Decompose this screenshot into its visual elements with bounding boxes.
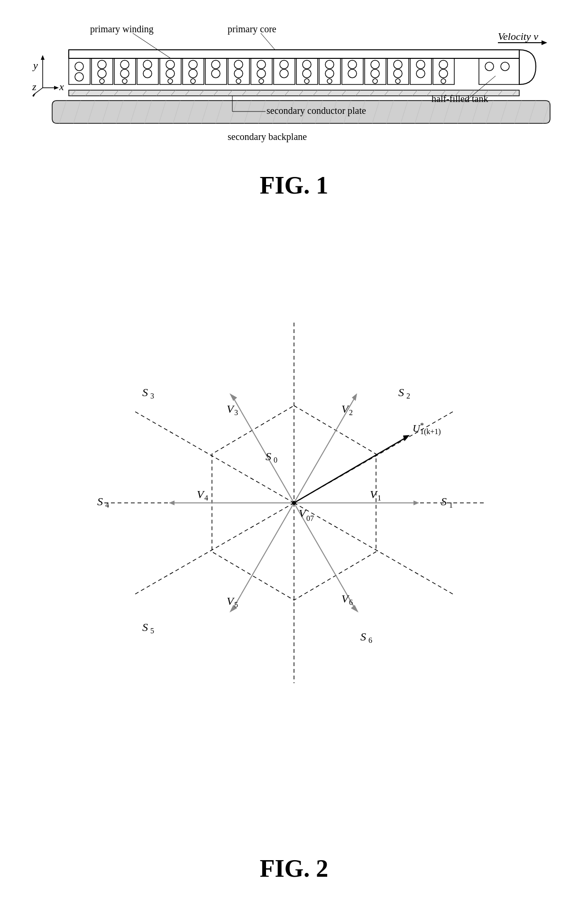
fig2-label: FIG. 2 (260, 854, 328, 882)
svg-point-31 (191, 79, 195, 83)
svg-marker-6 (32, 93, 36, 97)
svg-rect-21 (137, 58, 158, 84)
svg-point-27 (168, 79, 173, 83)
svg-point-48 (303, 69, 311, 78)
svg-text:3: 3 (234, 408, 238, 417)
svg-rect-39 (251, 58, 272, 84)
svg-point-59 (371, 69, 379, 78)
svg-point-34 (211, 69, 220, 78)
svg-marker-170 (230, 393, 237, 401)
svg-point-74 (501, 62, 509, 71)
svg-point-19 (120, 69, 129, 78)
svg-point-40 (257, 60, 266, 69)
fig2-container: S 0 S 1 S 2 S 3 S 4 S 5 S 6 V 1 V (28, 228, 560, 882)
svg-point-63 (394, 69, 402, 78)
svg-point-30 (189, 69, 197, 78)
svg-point-64 (395, 79, 400, 83)
svg-marker-172 (169, 501, 175, 505)
svg-point-45 (280, 69, 288, 78)
svg-point-53 (327, 79, 332, 83)
svg-text:4: 4 (204, 494, 208, 502)
svg-point-44 (280, 60, 288, 69)
svg-point-37 (234, 69, 243, 78)
svg-point-71 (441, 79, 446, 83)
svg-text:Velocity v: Velocity v (498, 30, 538, 42)
svg-rect-57 (365, 58, 386, 84)
svg-text:0: 0 (274, 456, 277, 464)
svg-point-47 (303, 60, 311, 69)
svg-text:V: V (299, 507, 307, 519)
svg-point-69 (439, 60, 448, 69)
svg-point-26 (166, 69, 175, 78)
svg-text:5: 5 (150, 627, 154, 635)
svg-rect-61 (387, 58, 409, 84)
svg-text:half-filled tank: half-filled tank (432, 93, 488, 104)
svg-text:S: S (142, 386, 148, 399)
svg-text:y: y (32, 59, 38, 71)
svg-rect-17 (114, 58, 136, 84)
svg-text:V: V (370, 488, 378, 501)
svg-rect-46 (296, 58, 318, 84)
svg-text:4: 4 (105, 501, 109, 509)
svg-point-12 (75, 73, 83, 81)
fig1-label: FIG. 1 (260, 171, 328, 199)
svg-point-11 (75, 62, 83, 71)
svg-text:V: V (227, 595, 235, 607)
svg-point-42 (259, 79, 264, 83)
svg-line-163 (133, 503, 294, 595)
svg-point-56 (348, 69, 357, 78)
svg-point-73 (485, 62, 494, 71)
fig1-container: y z x (28, 19, 560, 199)
svg-rect-50 (319, 58, 340, 84)
svg-point-14 (98, 60, 106, 69)
svg-line-146 (133, 33, 171, 58)
svg-point-15 (98, 69, 106, 78)
svg-text:3: 3 (150, 392, 154, 400)
svg-text:S: S (97, 495, 103, 508)
svg-text:2: 2 (406, 392, 410, 400)
svg-text:07: 07 (306, 514, 314, 522)
svg-text:S: S (360, 631, 366, 643)
svg-rect-28 (183, 58, 204, 84)
svg-text:V: V (341, 593, 349, 605)
svg-rect-54 (342, 58, 363, 84)
svg-marker-76 (542, 40, 547, 45)
svg-point-179 (292, 501, 296, 505)
svg-text:S: S (142, 621, 148, 633)
svg-point-36 (234, 60, 243, 69)
svg-text:secondary conductor plate: secondary conductor plate (266, 105, 366, 116)
svg-rect-35 (228, 58, 249, 84)
svg-rect-68 (433, 58, 454, 84)
svg-rect-72 (479, 58, 519, 84)
svg-text:x: x (59, 81, 64, 93)
svg-point-41 (257, 69, 266, 78)
svg-text:secondary backplane: secondary backplane (228, 131, 307, 142)
svg-marker-166 (413, 501, 419, 505)
svg-text:1: 1 (377, 494, 381, 502)
svg-rect-65 (410, 58, 432, 84)
svg-point-23 (143, 69, 152, 78)
svg-point-62 (394, 60, 402, 69)
svg-point-58 (371, 60, 379, 69)
svg-text:primary core: primary core (228, 24, 276, 35)
svg-rect-24 (160, 58, 181, 84)
svg-marker-168 (352, 393, 357, 401)
svg-text:V: V (341, 403, 349, 415)
svg-rect-43 (274, 58, 295, 84)
svg-point-67 (416, 69, 425, 78)
svg-point-16 (100, 79, 104, 83)
svg-point-66 (416, 60, 425, 69)
svg-text:S: S (441, 495, 447, 508)
svg-text:S: S (398, 386, 404, 399)
svg-rect-13 (92, 58, 113, 84)
fig2-diagram: S 0 S 1 S 2 S 3 S 4 S 5 S 6 V 1 V (28, 228, 560, 835)
svg-text:5: 5 (234, 601, 238, 609)
svg-text:z: z (32, 81, 37, 93)
svg-point-60 (373, 79, 377, 83)
svg-text:V: V (227, 403, 235, 415)
svg-text:6: 6 (349, 598, 353, 606)
svg-text:1: 1 (449, 501, 453, 509)
svg-point-55 (348, 60, 357, 69)
svg-point-25 (166, 60, 175, 69)
svg-point-33 (211, 60, 220, 69)
